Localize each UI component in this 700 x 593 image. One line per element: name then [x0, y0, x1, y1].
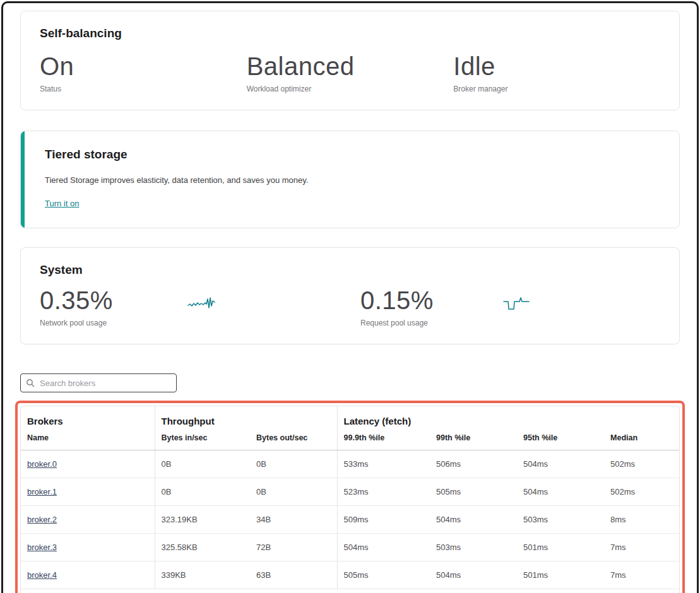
cell-99th: 506ms: [430, 450, 517, 478]
cell-median: 502ms: [604, 478, 679, 506]
column-header-bytes-out: Bytes out/sec: [250, 429, 337, 450]
status-metric: On Status: [40, 52, 247, 93]
cell-99th: 504ms: [430, 561, 517, 589]
search-brokers-box: [20, 373, 177, 392]
cell-bytes-in: 323.19KB: [155, 506, 250, 534]
cell-999th: 533ms: [337, 450, 430, 478]
cell-median: 7ms: [604, 534, 679, 561]
cell-99th: 503ms: [430, 534, 517, 561]
workload-optimizer-metric: Balanced Workload optimizer: [247, 52, 454, 93]
request-pool-metric: 0.15% Request pool usage: [360, 286, 502, 327]
status-value: On: [40, 52, 247, 81]
request-pool-label: Request pool usage: [360, 319, 502, 327]
column-header-median: Median: [604, 429, 679, 450]
cell-95th: 501ms: [517, 561, 604, 589]
cell-999th: 523ms: [337, 478, 430, 506]
cell-bytes-out: 0B: [250, 450, 337, 478]
broker-link[interactable]: broker.4: [27, 570, 57, 580]
cell-median: 8ms: [604, 506, 679, 534]
system-metrics: 0.35% Network pool usage 0.15% Request p…: [40, 286, 660, 327]
cell-bytes-in: 0B: [155, 478, 250, 506]
broker-link[interactable]: broker.3: [27, 543, 57, 552]
system-title: System: [40, 263, 660, 277]
column-header-bytes-in: Bytes in/sec: [155, 429, 250, 450]
cell-999th: 504ms: [337, 534, 430, 561]
tiered-storage-title: Tiered storage: [45, 148, 660, 161]
group-header-throughput: Throughput: [155, 406, 337, 429]
table-row-broker-1: broker.1 0B 0B 523ms 505ms 504ms 502ms: [21, 478, 679, 506]
group-header-latency-fetch: Latency (fetch): [337, 406, 679, 429]
column-header-95th: 95th %ile: [517, 429, 604, 450]
cell-95th: 504ms: [517, 450, 604, 478]
self-balancing-title: Self-balancing: [40, 26, 660, 40]
column-header-name: Name: [21, 429, 155, 450]
workload-optimizer-value: Balanced: [247, 52, 454, 81]
group-header-brokers: Brokers: [21, 406, 155, 429]
cell-999th: 505ms: [337, 561, 430, 589]
broker-manager-label: Broker manager: [453, 85, 660, 93]
table-row-broker-4: broker.4 339KB 63B 505ms 504ms 501ms 7ms: [21, 561, 679, 589]
cell-bytes-out: 0B: [250, 478, 337, 506]
broker-link[interactable]: broker.2: [27, 515, 57, 524]
cell-99th: 504ms: [430, 506, 517, 534]
self-balancing-card: Self-balancing On Status Balanced Worklo…: [20, 11, 680, 110]
network-pool-sparkline-chart: [187, 286, 217, 312]
annotation-highlight: Brokers Throughput Latency (fetch) Name …: [15, 401, 685, 593]
cell-95th: 501ms: [517, 534, 604, 561]
cell-bytes-in: 325.58KB: [155, 534, 250, 561]
cell-bytes-out: 63B: [250, 561, 337, 589]
broker-manager-metric: Idle Broker manager: [453, 52, 660, 93]
cell-median: 7ms: [604, 561, 679, 589]
cell-bytes-in: 339KB: [155, 561, 250, 589]
cell-bytes-in: 0B: [155, 450, 250, 478]
table-row-broker-3: broker.3 325.58KB 72B 504ms 503ms 501ms …: [21, 534, 679, 561]
status-label: Status: [40, 85, 247, 93]
self-balancing-metrics: On Status Balanced Workload optimizer Id…: [40, 52, 660, 93]
system-card: System 0.35% Network pool usage 0.15% Re…: [20, 247, 680, 344]
brokers-table-card: Brokers Throughput Latency (fetch) Name …: [20, 406, 680, 593]
network-pool-value: 0.35%: [40, 286, 187, 315]
tiered-storage-card: Tiered storage Tiered Storage improves e…: [20, 131, 680, 228]
cell-95th: 504ms: [517, 478, 604, 506]
workload-optimizer-label: Workload optimizer: [247, 85, 454, 93]
tiered-storage-description: Tiered Storage improves elasticity, data…: [45, 175, 660, 185]
cell-99th: 505ms: [430, 478, 517, 506]
search-icon: [26, 379, 35, 387]
cell-95th: 503ms: [517, 506, 604, 534]
turn-it-on-link[interactable]: Turn it on: [45, 199, 79, 208]
request-pool-sparkline-chart: [502, 286, 533, 312]
cell-median: 502ms: [604, 450, 679, 478]
request-pool-value: 0.15%: [360, 286, 502, 315]
table-row-broker-2: broker.2 323.19KB 34B 509ms 504ms 503ms …: [21, 506, 679, 534]
column-header-999th: 99.9th %ile: [337, 429, 430, 450]
column-header-99th: 99th %ile: [430, 429, 517, 450]
brokers-table: Brokers Throughput Latency (fetch) Name …: [21, 406, 679, 589]
search-input[interactable]: [39, 378, 171, 389]
broker-manager-value: Idle: [453, 52, 660, 81]
cell-999th: 509ms: [337, 506, 430, 534]
broker-link[interactable]: broker.0: [27, 459, 57, 469]
network-pool-metric: 0.35% Network pool usage: [40, 286, 187, 327]
table-row-broker-0: broker.0 0B 0B 533ms 506ms 504ms 502ms: [21, 450, 679, 478]
accent-bar: [21, 131, 25, 228]
cell-bytes-out: 72B: [250, 534, 337, 561]
window-frame: Self-balancing On Status Balanced Worklo…: [1, 1, 699, 593]
broker-link[interactable]: broker.1: [27, 487, 57, 496]
cell-bytes-out: 34B: [250, 506, 337, 534]
network-pool-label: Network pool usage: [40, 319, 187, 327]
